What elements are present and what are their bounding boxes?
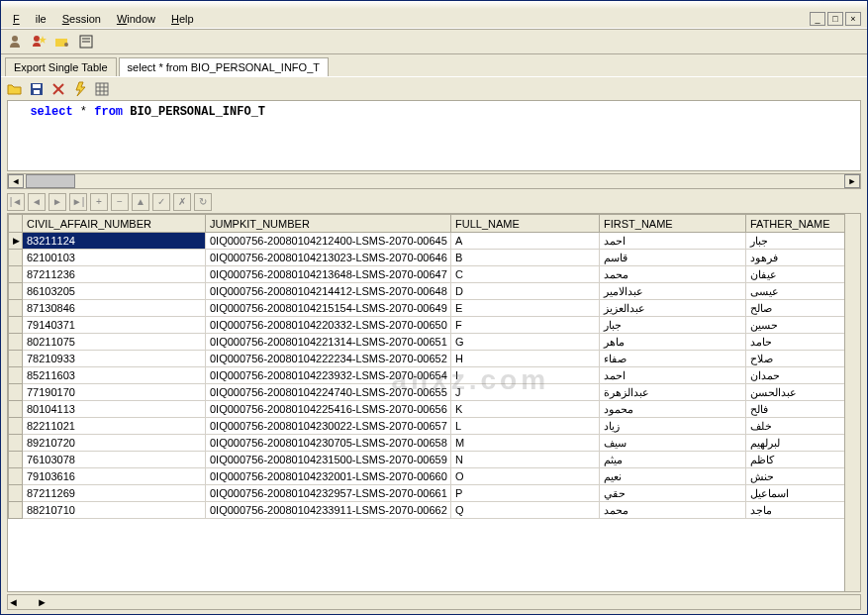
cell[interactable]: D <box>451 283 600 300</box>
cell[interactable]: صالح <box>746 300 845 317</box>
cell[interactable]: زياد <box>600 418 746 435</box>
editor-hscroll[interactable]: ◄ ► <box>7 173 861 189</box>
cell[interactable]: 77190170 <box>23 384 206 401</box>
execute-icon[interactable] <box>72 81 88 97</box>
cell[interactable]: خلف <box>746 418 845 435</box>
cell[interactable]: 87211269 <box>23 485 206 502</box>
table-row[interactable]: 791403710IQ000756-20080104220332-LSMS-20… <box>9 317 845 334</box>
tab-export[interactable]: Export Single Table <box>5 57 117 76</box>
cell[interactable]: 0IQ000756-20080104215154-LSMS-2070-00649 <box>206 300 451 317</box>
table-row[interactable]: 621001030IQ000756-20080104213023-LSMS-20… <box>9 250 845 266</box>
nav-first-button[interactable]: |◄ <box>7 193 25 211</box>
cell[interactable]: O <box>451 468 600 485</box>
table-row[interactable]: 822110210IQ000756-20080104230022-LSMS-20… <box>9 418 845 435</box>
tab-query[interactable]: select * from BIO_PERSONAL_INFO_T <box>119 57 329 76</box>
refresh-button[interactable]: ↻ <box>194 193 212 211</box>
cancel-button[interactable]: ✗ <box>173 193 191 211</box>
col-civil-affair[interactable]: CIVIL_AFFAIR_NUMBER <box>23 215 206 233</box>
cell[interactable]: عبدالحسن <box>746 384 845 401</box>
cell[interactable]: 0IQ000756-20080104221314-LSMS-2070-00651 <box>206 334 451 351</box>
table-row[interactable]: 871308460IQ000756-20080104215154-LSMS-20… <box>9 300 845 317</box>
cell[interactable]: سيف <box>600 435 746 452</box>
col-jumpkit[interactable]: JUMPKIT_NUMBER <box>206 215 451 233</box>
cell[interactable]: عيسى <box>746 283 845 300</box>
cell[interactable]: 0IQ000756-20080104230022-LSMS-2070-00657 <box>206 418 451 435</box>
cell[interactable]: 78210933 <box>23 351 206 367</box>
col-first-name[interactable]: FIRST_NAME <box>600 215 746 233</box>
remove-row-button[interactable]: − <box>111 193 129 211</box>
col-full-name[interactable]: FULL_NAME <box>451 215 600 233</box>
edit-row-button[interactable]: ▲ <box>132 193 149 211</box>
cell[interactable]: عبدالامير <box>600 283 746 300</box>
cell[interactable]: عبدالعزيز <box>600 300 746 317</box>
cell[interactable]: H <box>451 351 600 367</box>
cell[interactable]: حنش <box>746 468 845 485</box>
grid-scroll-left-icon[interactable]: ◄ <box>8 596 19 608</box>
cell[interactable]: 0IQ000756-20080104232001-LSMS-2070-00660 <box>206 468 451 485</box>
star-user-icon[interactable] <box>31 34 47 50</box>
cell[interactable]: 87211236 <box>23 266 206 283</box>
cell[interactable]: 0IQ000756-20080104232957-LSMS-2070-00661 <box>206 485 451 502</box>
add-row-button[interactable]: + <box>90 193 108 211</box>
cell[interactable]: 82211021 <box>23 418 206 435</box>
cell[interactable]: حسين <box>746 317 845 334</box>
report-icon[interactable] <box>78 34 94 50</box>
save-icon[interactable] <box>29 81 45 97</box>
open-icon[interactable] <box>7 81 23 97</box>
cell[interactable]: 76103078 <box>23 452 206 468</box>
user-icon[interactable] <box>7 34 23 50</box>
table-row[interactable]: 882107100IQ000756-20080104233911-LSMS-20… <box>9 502 845 519</box>
cell[interactable]: قاسم <box>600 250 746 266</box>
menu-help[interactable]: Help <box>163 11 202 27</box>
table-row[interactable]: 782109330IQ000756-20080104222234-LSMS-20… <box>9 351 845 367</box>
scroll-left-icon[interactable]: ◄ <box>8 174 24 188</box>
cell[interactable]: احمد <box>600 367 746 384</box>
commit-button[interactable]: ✓ <box>152 193 170 211</box>
cell[interactable]: 0IQ000756-20080104220332-LSMS-2070-00650 <box>206 317 451 334</box>
col-father-name[interactable]: FATHER_NAME <box>746 215 845 233</box>
nav-last-button[interactable]: ►| <box>69 193 87 211</box>
table-row[interactable]: 892107200IQ000756-20080104230705-LSMS-20… <box>9 435 845 452</box>
cell[interactable]: صلاح <box>746 351 845 367</box>
cell[interactable]: حمدان <box>746 367 845 384</box>
cell[interactable]: I <box>451 367 600 384</box>
table-row[interactable]: 791036160IQ000756-20080104232001-LSMS-20… <box>9 468 845 485</box>
cell[interactable]: B <box>451 250 600 266</box>
cell[interactable]: 79140371 <box>23 317 206 334</box>
cell[interactable]: نعيم <box>600 468 746 485</box>
cell[interactable]: 0IQ000756-20080104213023-LSMS-2070-00646 <box>206 250 451 266</box>
cell[interactable]: 85211603 <box>23 367 206 384</box>
cell[interactable]: 79103616 <box>23 468 206 485</box>
cell[interactable]: A <box>451 233 600 250</box>
minimize-button[interactable]: _ <box>810 12 825 26</box>
cell[interactable]: كاظم <box>746 452 845 468</box>
menu-window[interactable]: Window <box>109 11 163 27</box>
cell[interactable]: P <box>451 485 600 502</box>
nav-prev-button[interactable]: ◄ <box>28 193 46 211</box>
cell[interactable]: 0IQ000756-20080104213648-LSMS-2070-00647 <box>206 266 451 283</box>
table-row[interactable]: 761030780IQ000756-20080104231500-LSMS-20… <box>9 452 845 468</box>
cell[interactable]: حامد <box>746 334 845 351</box>
nav-next-button[interactable]: ► <box>48 193 66 211</box>
sql-editor[interactable]: select * from BIO_PERSONAL_INFO_T <box>7 100 861 171</box>
cell[interactable]: M <box>451 435 600 452</box>
cell[interactable]: 80211075 <box>23 334 206 351</box>
table-row[interactable]: 861032050IQ000756-20080104214412-LSMS-20… <box>9 283 845 300</box>
delete-icon[interactable] <box>50 81 66 97</box>
cell[interactable]: 0IQ000756-20080104212400-LSMS-2070-00645 <box>206 233 451 250</box>
cell[interactable]: 0IQ000756-20080104223932-LSMS-2070-00654 <box>206 367 451 384</box>
cell[interactable]: عيفان <box>746 266 845 283</box>
cell[interactable]: محمد <box>600 502 746 519</box>
cell[interactable]: 80104113 <box>23 401 206 418</box>
table-row[interactable]: 801041130IQ000756-20080104225416-LSMS-20… <box>9 401 845 418</box>
cell[interactable]: محمد <box>600 266 746 283</box>
cell[interactable]: صفاء <box>600 351 746 367</box>
cell[interactable]: ماهر <box>600 334 746 351</box>
table-row[interactable]: 872112690IQ000756-20080104232957-LSMS-20… <box>9 485 845 502</box>
cell[interactable]: 62100103 <box>23 250 206 266</box>
cell[interactable]: 87130846 <box>23 300 206 317</box>
cell[interactable]: 0IQ000756-20080104231500-LSMS-2070-00659 <box>206 452 451 468</box>
menu-file[interactable]: File <box>5 11 54 27</box>
scroll-right-icon[interactable]: ► <box>844 174 860 188</box>
menu-session[interactable]: Session <box>54 11 109 27</box>
